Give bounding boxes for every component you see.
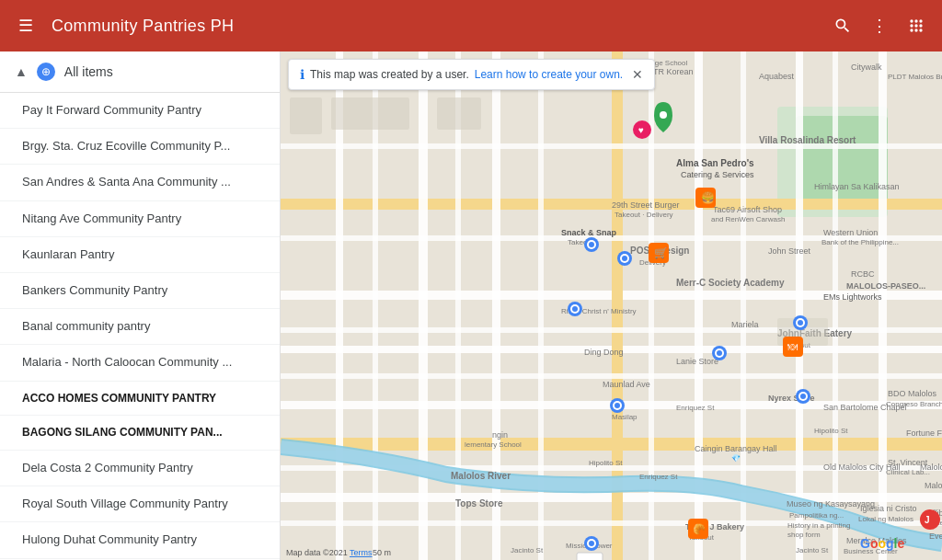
svg-text:🍔: 🍔 (701, 190, 715, 204)
svg-text:50 m: 50 m (373, 548, 391, 557)
svg-text:Tops Store: Tops Store (455, 498, 503, 509)
svg-text:🥐: 🥐 (693, 522, 706, 535)
info-close-button[interactable]: ✕ (632, 67, 643, 82)
svg-text:Enriquez St: Enriquez St (676, 404, 715, 412)
svg-rect-33 (437, 97, 481, 130)
svg-text:Terms: Terms (350, 548, 373, 557)
svg-text:Jacinto St: Jacinto St (511, 546, 544, 554)
menu-icon[interactable]: ☰ (15, 15, 37, 37)
svg-text:Aquabest: Aquabest (759, 72, 795, 81)
sidebar-list-item[interactable]: Brgy. Sta. Cruz Ecoville Community P... (0, 129, 280, 165)
svg-text:J: J (925, 515, 930, 525)
all-items-icon (37, 63, 55, 81)
svg-rect-27 (833, 51, 838, 560)
svg-text:IITR Korean: IITR Korean (649, 67, 694, 76)
info-banner-text: This map was created by a user. (310, 68, 469, 81)
svg-text:ngin: ngin (492, 430, 508, 440)
svg-point-138 (615, 403, 620, 408)
svg-text:Tac69 Airsoft Shop: Tac69 Airsoft Shop (713, 205, 782, 214)
main-layout: ▲ All items Pay It Forward Community Pan… (0, 51, 942, 560)
svg-text:Villa Rosalinda Resort: Villa Rosalinda Resort (759, 135, 856, 145)
svg-text:🛒: 🛒 (654, 246, 668, 259)
sidebar-list-item[interactable]: Pay It Forward Community Pantry (0, 93, 280, 129)
svg-text:Malolos River: Malolos River (451, 471, 511, 481)
svg-text:Bank of the Philippine...: Bank of the Philippine... (821, 238, 899, 246)
svg-text:Lokal ng Malolos: Lokal ng Malolos (858, 515, 913, 523)
sidebar-header: ▲ All items (0, 51, 280, 93)
collapse-button[interactable]: ▲ (15, 64, 28, 79)
svg-text:Malolos...: Malolos... (920, 463, 942, 472)
info-banner: ℹ This map was created by a user. Learn … (288, 59, 655, 90)
svg-text:Everwin Mart: Everwin Mart (929, 531, 942, 541)
search-icon[interactable] (832, 15, 854, 37)
svg-text:Snack & Snap: Snack & Snap (561, 228, 617, 237)
svg-text:Hipolito St: Hipolito St (589, 459, 623, 467)
svg-rect-10 (419, 51, 428, 560)
more-options-icon[interactable]: ⋮ (868, 15, 890, 37)
svg-rect-7 (281, 438, 942, 451)
svg-text:Merr-C Society Academy: Merr-C Society Academy (676, 278, 785, 288)
svg-rect-2 (796, 116, 888, 208)
sidebar-list-item[interactable]: Hulong Duhat Community Pantry (0, 522, 280, 558)
svg-text:Takeout · Delivery: Takeout · Delivery (615, 211, 673, 219)
sidebar-list-item[interactable]: BAGONG SILANG COMMUNITY PAN... (0, 416, 280, 451)
svg-point-120 (589, 242, 594, 247)
svg-text:Maunlad Ave: Maunlad Ave (603, 380, 650, 389)
svg-text:Old Malolos City Hall: Old Malolos City Hall (823, 463, 901, 472)
svg-text:💎: 💎 (731, 453, 741, 463)
sidebar-list-item[interactable]: Royal South Village Community Pantry (0, 486, 280, 522)
svg-rect-152 (920, 509, 940, 530)
svg-point-154 (660, 111, 667, 119)
sidebar-list-item[interactable]: Bankers Community Pantry (0, 273, 280, 309)
svg-text:lementary School: lementary School (465, 440, 522, 449)
svg-text:Enriquez St: Enriquez St (639, 473, 678, 481)
info-icon: ℹ (300, 67, 304, 82)
svg-text:Lanie Store: Lanie Store (676, 357, 718, 366)
svg-text:Caingin Barangay Hall: Caingin Barangay Hall (695, 444, 777, 453)
svg-text:🍽: 🍽 (787, 341, 798, 352)
svg-text:Citywalk: Citywalk (851, 63, 882, 72)
svg-point-129 (717, 350, 722, 356)
svg-rect-14 (796, 51, 803, 560)
svg-text:Catering & Services: Catering & Services (681, 170, 754, 179)
svg-text:RCBC: RCBC (851, 269, 875, 279)
svg-text:Pampolitika ng...: Pampolitika ng... (789, 511, 844, 520)
sidebar-list-item[interactable]: San Andres & Santa Ana Community ... (0, 165, 280, 200)
svg-text:shop form: shop form (787, 531, 821, 539)
sidebar-list-item[interactable]: Nitang Ave Community Pantry (0, 201, 280, 237)
svg-text:MALOLOS-PASEO...: MALOLOS-PASEO... (846, 281, 925, 291)
svg-text:Congreso Branch: Congreso Branch (886, 400, 942, 408)
svg-rect-26 (741, 51, 746, 560)
svg-point-123 (622, 256, 627, 261)
svg-text:and RenWen Carwash: and RenWen Carwash (711, 215, 785, 223)
map-area[interactable]: IITR Korean Language School Aquabest Cit… (281, 51, 942, 560)
svg-text:Ding Dong: Ding Dong (584, 348, 624, 357)
svg-text:Iglesia ni Cristo: Iglesia ni Cristo (860, 504, 917, 513)
sidebar-list-item[interactable]: Dela Costa 2 Community Pantry (0, 451, 280, 486)
info-link[interactable]: Learn how to create your own. (475, 68, 623, 81)
svg-text:Himlayan Sa Kalikasan: Himlayan Sa Kalikasan (814, 182, 900, 191)
svg-text:History in a printing: History in a printing (787, 521, 850, 530)
sidebar-list-item[interactable]: ACCO HOMES COMMUNITY PANTRY (0, 382, 280, 417)
svg-text:Malolos St: Malolos St (925, 481, 942, 490)
sidebar-list-item[interactable]: Malaria - North Caloocan Community ... (0, 345, 280, 381)
sidebar-list-item[interactable]: Kaunlaran Pantry (0, 237, 280, 273)
sidebar-items-list[interactable]: Pay It Forward Community PantryBrgy. Sta… (0, 93, 280, 560)
sidebar-list-item[interactable]: Banal community pantry (0, 309, 280, 345)
svg-point-143 (589, 541, 594, 546)
svg-text:Masilap: Masilap (612, 413, 638, 421)
svg-text:Mariela: Mariela (731, 320, 759, 329)
svg-text:Hipolito St: Hipolito St (814, 427, 848, 435)
svg-text:PLDT Malolos Branch: PLDT Malolos Branch (888, 73, 942, 81)
svg-text:EMs Lightworks: EMs Lightworks (823, 292, 882, 302)
svg-text:Fortune Flora Flowersh...: Fortune Flora Flowersh... (906, 429, 942, 438)
svg-text:Jacinto St: Jacinto St (796, 546, 829, 554)
svg-rect-31 (331, 97, 409, 130)
sidebar: ▲ All items Pay It Forward Community Pan… (0, 51, 281, 560)
svg-text:Google: Google (860, 536, 904, 551)
app-header: ☰ Community Pantries PH ⋮ (0, 0, 942, 51)
svg-point-126 (572, 306, 578, 312)
svg-rect-19 (281, 373, 942, 379)
app-title: Community Pantries PH (52, 17, 817, 36)
google-apps-icon[interactable] (905, 15, 927, 37)
